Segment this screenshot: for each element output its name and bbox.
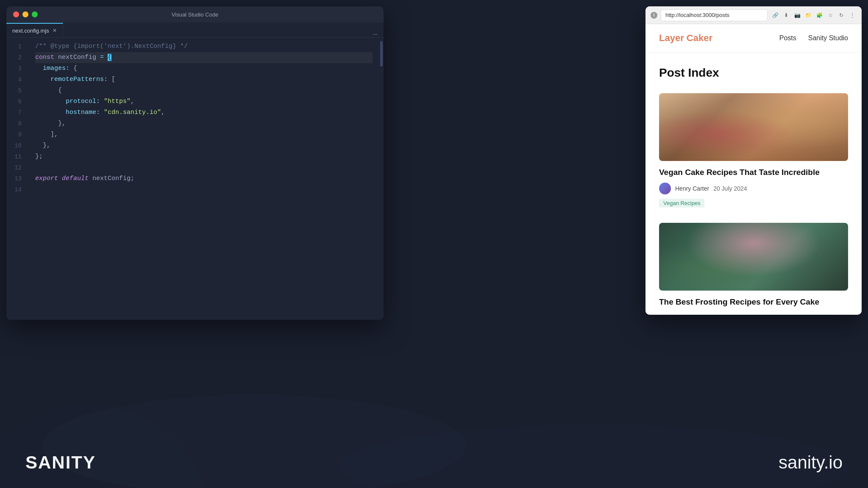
post-tag-1[interactable]: Vegan Recipes (659, 199, 704, 208)
post-image-2[interactable] (659, 223, 848, 291)
bottom-bar: SANITY sanity.io (0, 437, 868, 488)
tab-close-icon[interactable]: ✕ (53, 28, 57, 33)
star-icon[interactable]: ☆ (826, 11, 835, 19)
code-content[interactable]: /** @type {import('next').NextConfig} */… (28, 38, 379, 320)
post-meta-1: Henry Carter 20 July 2024 (659, 183, 848, 194)
code-editor: 1234567891011121314 /** @type {import('n… (6, 38, 384, 320)
tab-bar: next.config.mjs ✕ ··· (6, 22, 384, 38)
post-card-2: The Best Frosting Recipes for Every Cake (659, 223, 848, 308)
refresh-icon[interactable]: ↻ (837, 11, 846, 19)
minimize-button[interactable] (22, 11, 28, 17)
page-title: Post Index (659, 66, 848, 80)
maximize-button[interactable] (32, 11, 38, 17)
more-icon[interactable]: ⋮ (848, 11, 857, 19)
site-main: Post Index Vegan Cake Recipes That Taste… (645, 53, 862, 315)
bookmark-icon[interactable]: 🔗 (771, 11, 779, 19)
close-button[interactable] (13, 11, 19, 17)
browser-actions: 🔗 ⬇ 📷 📁 🧩 ☆ ↻ ⋮ (771, 11, 857, 19)
post-title-1[interactable]: Vegan Cake Recipes That Taste Incredible (659, 167, 848, 178)
author-name-1: Henry Carter (675, 185, 709, 192)
traffic-lights (13, 11, 38, 17)
app-title: Visual Studio Code (172, 11, 218, 18)
sanity-logo: SANITY (25, 452, 96, 473)
site-logo[interactable]: Layer Caker (659, 33, 712, 44)
url-bar[interactable]: http://localhost:3000/posts (661, 9, 768, 21)
post-card-1: Vegan Cake Recipes That Taste Incredible… (659, 93, 848, 208)
url-text: http://localhost:3000/posts (665, 12, 729, 18)
cake-image-2 (659, 223, 848, 291)
vscode-window: Visual Studio Code next.config.mjs ✕ ···… (6, 6, 384, 320)
download-icon[interactable]: ⬇ (782, 11, 790, 19)
author-avatar-1 (659, 183, 671, 194)
post-date-1: 20 July 2024 (713, 185, 747, 192)
extensions-icon[interactable]: 🧩 (815, 11, 823, 19)
scrollbar-thumb (380, 41, 383, 67)
tab-menu[interactable]: ··· (367, 30, 384, 37)
line-numbers: 1234567891011121314 (6, 38, 28, 320)
active-tab[interactable]: next.config.mjs ✕ (6, 23, 63, 37)
post-image-1[interactable] (659, 93, 848, 161)
tab-filename: next.config.mjs (12, 28, 49, 34)
browser-window: i http://localhost:3000/posts 🔗 ⬇ 📷 📁 🧩 … (645, 6, 862, 315)
site-nav: Posts Sanity Studio (779, 34, 848, 42)
website-content: Layer Caker Posts Sanity Studio Post Ind… (645, 24, 862, 315)
cake-image-1 (659, 93, 848, 161)
folder-icon[interactable]: 📁 (804, 11, 812, 19)
camera-icon[interactable]: 📷 (793, 11, 801, 19)
vscode-titlebar: Visual Studio Code (6, 6, 384, 22)
post-title-2[interactable]: The Best Frosting Recipes for Every Cake (659, 297, 848, 308)
browser-chrome: i http://localhost:3000/posts 🔗 ⬇ 📷 📁 🧩 … (645, 6, 862, 24)
scrollbar[interactable] (379, 38, 384, 320)
nav-sanity-studio[interactable]: Sanity Studio (808, 34, 848, 42)
nav-posts[interactable]: Posts (779, 34, 796, 42)
sanity-url: sanity.io (779, 452, 843, 473)
info-icon: i (651, 12, 657, 19)
site-header: Layer Caker Posts Sanity Studio (645, 24, 862, 53)
